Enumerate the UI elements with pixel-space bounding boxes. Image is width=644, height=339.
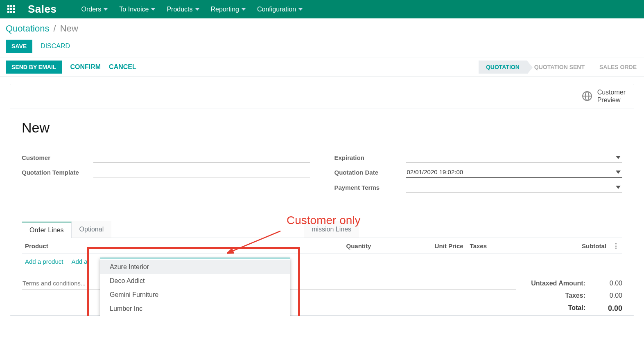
customer-dropdown: Azure Interior Deco Addict Gemini Furnit… — [100, 258, 290, 316]
table-header-row: Product Quantity Unit Price Taxes Subtot… — [22, 238, 622, 254]
breadcrumb-link[interactable]: Quotations — [6, 23, 49, 34]
customer-input[interactable] — [93, 152, 310, 163]
col-subtotal: Subtotal — [528, 238, 610, 254]
nav-to-invoice[interactable]: To Invoice — [119, 6, 155, 13]
status-step-quotation-sent[interactable]: QUOTATION SENT — [527, 61, 592, 74]
tab-commission-lines[interactable]: mission Lines — [304, 221, 359, 238]
field-label: Payment Terms — [334, 184, 406, 191]
field-customer: Customer — [22, 152, 310, 163]
sheet-header: Customer Preview — [10, 84, 634, 108]
status-step-quotation[interactable]: QUOTATION — [479, 61, 527, 74]
caret-down-icon — [298, 8, 303, 11]
nav-label: Products — [167, 6, 192, 13]
add-alt-link[interactable]: Add a — [71, 258, 87, 265]
field-wrap — [93, 167, 310, 177]
discard-button[interactable]: DISCARD — [41, 43, 70, 50]
breadcrumb-current: New — [60, 23, 78, 34]
quotation-template-input[interactable] — [93, 167, 310, 177]
quotation-date-input[interactable] — [406, 167, 623, 178]
dropdown-option[interactable]: Lumber Inc — [100, 302, 290, 316]
header-buttons: SAVE DISCARD — [6, 40, 638, 53]
globe-icon — [582, 91, 592, 101]
form-grid: Customer Quotation Template Expi — [22, 152, 622, 197]
record-title: New — [22, 120, 622, 136]
field-quotation-date: Quotation Date — [334, 167, 623, 178]
field-wrap — [406, 152, 623, 163]
add-product-link[interactable]: Add a product — [25, 258, 63, 265]
nav-products[interactable]: Products — [167, 6, 199, 13]
top-navbar: Sales Orders To Invoice Products Reporti… — [0, 0, 644, 18]
dropdown-option[interactable]: Deco Addict — [100, 274, 290, 288]
totals-cell: Untaxed Amount: 0.00 Taxes: 0.00 Total: … — [516, 277, 622, 315]
field-wrap — [406, 167, 623, 178]
total-label: Total: — [568, 304, 585, 313]
nav-label: Orders — [81, 6, 101, 13]
customer-preview-button[interactable]: Customer Preview — [582, 88, 626, 104]
nav-menu: Orders To Invoice Products Reporting Con… — [81, 6, 303, 13]
app-brand[interactable]: Sales — [28, 3, 56, 16]
field-payment-terms: Payment Terms — [334, 182, 623, 193]
form-col-left: Customer Quotation Template — [22, 152, 310, 197]
save-button[interactable]: SAVE — [6, 40, 32, 53]
apps-icon[interactable] — [7, 5, 16, 14]
field-expiration: Expiration — [334, 152, 623, 163]
breadcrumb: Quotations / New — [6, 23, 638, 34]
total-amount: 0.00 — [598, 304, 622, 313]
dropdown-option[interactable]: Azure Interior — [100, 260, 290, 274]
nav-label: Reporting — [211, 6, 239, 13]
preview-line1: Customer — [597, 88, 626, 96]
total-row-total: Total: 0.00 — [516, 302, 622, 315]
total-row-taxes: Taxes: 0.00 — [516, 290, 622, 302]
col-quantity: Quantity — [292, 238, 374, 254]
caret-down-icon — [104, 8, 108, 11]
col-taxes: Taxes — [467, 238, 528, 254]
field-label: Quotation Template — [22, 169, 93, 176]
nav-reporting[interactable]: Reporting — [211, 6, 246, 13]
col-unit-price: Unit Price — [374, 238, 466, 254]
nav-label: To Invoice — [119, 6, 149, 13]
form-col-right: Expiration Quotation Date — [334, 152, 623, 197]
taxes-amount: 0.00 — [598, 292, 622, 299]
breadcrumb-sep: / — [54, 23, 56, 34]
field-label: Customer — [22, 154, 93, 161]
confirm-button[interactable]: CONFIRM — [70, 63, 101, 71]
field-label: Quotation Date — [334, 169, 406, 176]
tab-order-lines[interactable]: Order Lines — [22, 222, 72, 238]
tab-optional[interactable]: Optional — [72, 221, 112, 238]
untaxed-label: Untaxed Amount: — [531, 280, 585, 287]
dropdown-option[interactable]: Gemini Furniture — [100, 288, 290, 302]
columns-menu-icon[interactable]: ⋮ — [610, 238, 622, 254]
breadcrumb-area: Quotations / New SAVE DISCARD — [0, 18, 644, 58]
field-quotation-template: Quotation Template — [22, 167, 310, 177]
field-label: Expiration — [334, 154, 406, 161]
caret-down-icon — [195, 8, 199, 11]
expiration-input[interactable] — [406, 152, 623, 163]
field-wrap — [93, 152, 310, 163]
order-tabs: Order Lines Optional mission Lines — [22, 221, 622, 238]
status-step-sales-order[interactable]: SALES ORDE — [592, 61, 644, 74]
status-bar: SEND BY EMAIL CONFIRM CANCEL QUOTATION Q… — [0, 58, 644, 76]
customer-preview-label: Customer Preview — [597, 88, 626, 104]
cancel-button[interactable]: CANCEL — [109, 63, 136, 71]
nav-configuration[interactable]: Configuration — [257, 6, 303, 13]
nav-label: Configuration — [257, 6, 296, 13]
preview-line2: Preview — [597, 96, 626, 104]
payment-terms-input[interactable] — [406, 182, 623, 193]
send-by-email-button[interactable]: SEND BY EMAIL — [6, 61, 62, 74]
nav-orders[interactable]: Orders — [81, 6, 108, 13]
status-steps: QUOTATION QUOTATION SENT SALES ORDE — [479, 61, 644, 74]
untaxed-amount: 0.00 — [598, 280, 622, 287]
col-product: Product — [22, 238, 292, 254]
status-actions: SEND BY EMAIL CONFIRM CANCEL — [6, 61, 136, 74]
caret-down-icon — [151, 8, 155, 11]
caret-down-icon — [242, 8, 246, 11]
total-row-untaxed: Untaxed Amount: 0.00 — [516, 277, 622, 290]
field-wrap — [406, 182, 623, 193]
taxes-label: Taxes: — [565, 292, 585, 299]
